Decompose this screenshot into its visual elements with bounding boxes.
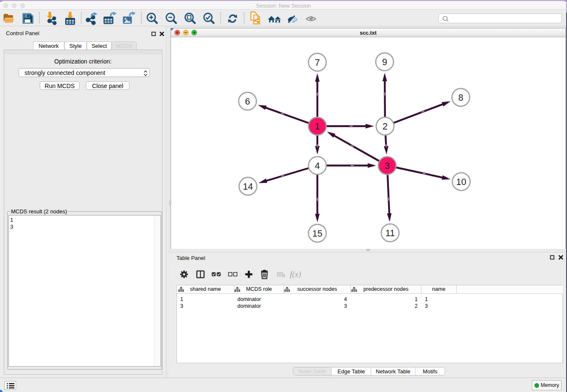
svg-text:2: 2	[383, 121, 388, 132]
svg-text:f(x): f(x)	[290, 270, 301, 279]
svg-text:11: 11	[385, 228, 395, 238]
svg-text:4: 4	[315, 161, 320, 171]
svg-text:6: 6	[245, 97, 250, 107]
svg-text:1: 1	[315, 121, 320, 132]
svg-text:10: 10	[456, 177, 466, 187]
svg-text:9: 9	[382, 57, 387, 67]
svg-text:3: 3	[385, 161, 390, 171]
svg-text:15: 15	[312, 229, 322, 239]
svg-text:7: 7	[315, 58, 320, 68]
svg-text:14: 14	[243, 182, 253, 192]
svg-text:8: 8	[458, 93, 463, 103]
